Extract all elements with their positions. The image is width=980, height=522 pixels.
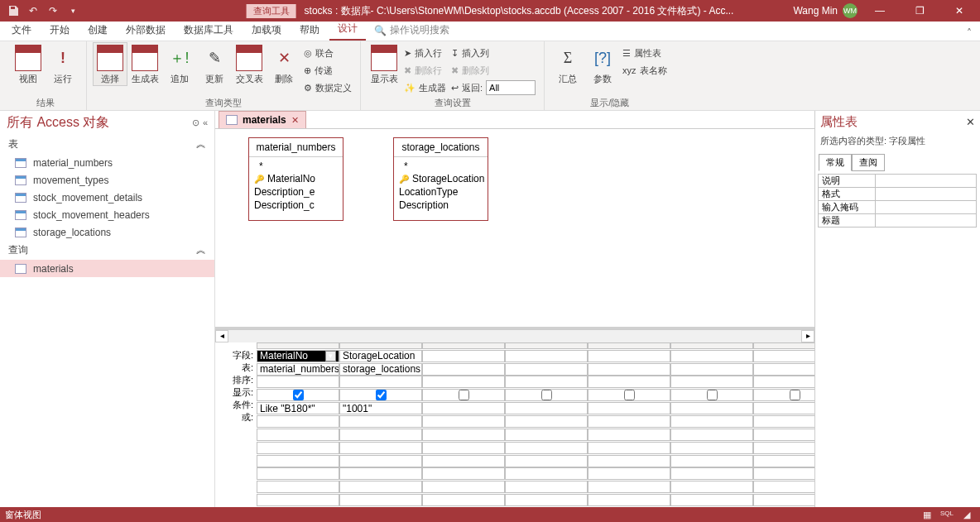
qbe-blank-cell[interactable] bbox=[670, 442, 753, 454]
qbe-field-cell[interactable] bbox=[588, 350, 670, 362]
user-name[interactable]: Wang Min bbox=[793, 5, 838, 17]
qbe-show-cell[interactable] bbox=[422, 389, 505, 401]
qat-more-icon[interactable]: ▾ bbox=[65, 2, 81, 19]
insert-col-button[interactable]: ↧插入列 bbox=[449, 45, 537, 61]
prop-value[interactable] bbox=[875, 200, 977, 214]
nav-item-material_numbers[interactable]: material_numbers bbox=[0, 154, 214, 171]
qbe-col-selector[interactable] bbox=[339, 342, 422, 349]
document-tab-materials[interactable]: materials ✕ bbox=[219, 111, 306, 128]
qbe-blank-cell[interactable] bbox=[753, 455, 814, 467]
qbe-col-selector[interactable] bbox=[422, 342, 505, 349]
prop-row[interactable]: 输入掩码 bbox=[819, 201, 977, 214]
qbe-field-cell[interactable]: StorageLocation bbox=[339, 350, 422, 362]
qbe-blank-cell[interactable] bbox=[422, 415, 505, 428]
qbe-table-cell[interactable] bbox=[753, 363, 814, 376]
union-button[interactable]: ◎联合 bbox=[302, 45, 353, 61]
prop-tab-general[interactable]: 常规 bbox=[819, 154, 852, 171]
qbe-blank-cell[interactable] bbox=[257, 415, 339, 428]
qbe-sort-cell[interactable] bbox=[753, 376, 814, 388]
qbe-blank-cell[interactable] bbox=[753, 415, 814, 428]
qbe-sort-cell[interactable] bbox=[505, 376, 588, 388]
crosstab-button[interactable]: 交叉表 bbox=[233, 43, 266, 85]
qbe-blank-cell[interactable] bbox=[588, 481, 670, 493]
qbe-criteria-cell[interactable] bbox=[422, 402, 505, 414]
field-star[interactable]: * bbox=[399, 160, 483, 172]
qbe-table-cell[interactable] bbox=[588, 363, 670, 376]
horizontal-scrollbar[interactable]: ◂▸ bbox=[215, 329, 814, 342]
query-design-surface[interactable]: material_numbers*🔑MaterialNoDescription_… bbox=[215, 129, 814, 329]
qbe-criteria-cell[interactable]: Like "B180*" bbox=[257, 402, 339, 414]
append-button[interactable]: ＋!追加 bbox=[163, 43, 196, 85]
qbe-blank-cell[interactable] bbox=[670, 415, 753, 428]
qbe-blank-cell[interactable] bbox=[339, 429, 422, 441]
qbe-blank-cell[interactable] bbox=[505, 442, 588, 454]
qbe-blank-cell[interactable] bbox=[588, 442, 670, 454]
qbe-show-checkbox[interactable] bbox=[790, 390, 800, 400]
qbe-criteria-cell[interactable]: "1001" bbox=[339, 402, 422, 414]
qbe-blank-cell[interactable] bbox=[588, 455, 670, 467]
tab-dbtools[interactable]: 数据库工具 bbox=[175, 20, 242, 41]
qbe-blank-cell[interactable] bbox=[339, 481, 422, 493]
table-box-header[interactable]: material_numbers bbox=[249, 138, 343, 157]
qbe-blank-cell[interactable] bbox=[505, 481, 588, 493]
qbe-blank-cell[interactable] bbox=[505, 429, 588, 441]
tab-addins[interactable]: 加载项 bbox=[243, 20, 290, 41]
tab-design[interactable]: 设计 bbox=[329, 18, 366, 41]
minimize-button[interactable]: — bbox=[862, 0, 897, 22]
prop-tab-lookup[interactable]: 查阅 bbox=[852, 154, 885, 171]
maketable-button[interactable]: 生成表 bbox=[128, 43, 161, 85]
qbe-col-selector[interactable] bbox=[505, 342, 588, 349]
nav-item-stock_movement_details[interactable]: stock_movement_details bbox=[0, 189, 214, 206]
qbe-blank-cell[interactable] bbox=[670, 481, 753, 493]
redo-icon[interactable]: ↷ bbox=[45, 2, 61, 19]
qbe-blank-cell[interactable] bbox=[753, 494, 814, 506]
collapse-ribbon-icon[interactable]: ˄ bbox=[958, 26, 980, 41]
field-MaterialNo[interactable]: 🔑MaterialNo bbox=[254, 172, 338, 185]
qbe-col-selector[interactable] bbox=[588, 342, 670, 349]
field-Description_e[interactable]: Description_e bbox=[254, 185, 338, 199]
delete-row-button[interactable]: ✖删除行 bbox=[402, 62, 448, 79]
qbe-blank-cell[interactable] bbox=[505, 455, 588, 467]
tab-home[interactable]: 开始 bbox=[41, 20, 78, 41]
view-datasheet-icon[interactable]: ▦ bbox=[919, 510, 935, 520]
datadef-button[interactable]: ⚙数据定义 bbox=[302, 79, 353, 96]
qbe-sort-cell[interactable] bbox=[422, 376, 505, 388]
qbe-blank-cell[interactable] bbox=[753, 442, 814, 454]
qbe-blank-cell[interactable] bbox=[339, 455, 422, 467]
nav-item-stock_movement_headers[interactable]: stock_movement_headers bbox=[0, 206, 214, 223]
nav-item-storage_locations[interactable]: storage_locations bbox=[0, 223, 214, 241]
qbe-show-checkbox[interactable] bbox=[541, 390, 552, 400]
qbe-show-cell[interactable] bbox=[257, 389, 339, 401]
prop-value[interactable] bbox=[875, 174, 977, 188]
qbe-sort-cell[interactable] bbox=[257, 376, 339, 388]
qbe-blank-cell[interactable] bbox=[257, 429, 339, 441]
nav-item-movement_types[interactable]: movement_types bbox=[0, 171, 214, 189]
qbe-show-checkbox[interactable] bbox=[293, 390, 304, 400]
qbe-blank-cell[interactable] bbox=[257, 455, 339, 467]
qbe-table-cell[interactable]: material_numbers bbox=[257, 363, 339, 376]
qbe-table-cell[interactable] bbox=[670, 363, 753, 376]
restore-button[interactable]: ❐ bbox=[902, 0, 937, 22]
view-design-icon[interactable]: ◢ bbox=[958, 510, 975, 520]
tab-help[interactable]: 帮助 bbox=[291, 20, 328, 41]
tablenames-button[interactable]: xyz表名称 bbox=[621, 62, 669, 79]
qbe-blank-cell[interactable] bbox=[422, 481, 505, 493]
qbe-table-cell[interactable] bbox=[505, 363, 588, 376]
select-query-button[interactable]: 选择 bbox=[94, 43, 127, 85]
qbe-blank-cell[interactable] bbox=[505, 494, 588, 506]
qbe-blank-cell[interactable] bbox=[670, 455, 753, 467]
qbe-blank-cell[interactable] bbox=[339, 415, 422, 428]
qbe-show-checkbox[interactable] bbox=[707, 390, 718, 400]
qbe-field-cell[interactable] bbox=[422, 350, 505, 362]
qbe-show-cell[interactable] bbox=[753, 389, 814, 401]
save-icon[interactable] bbox=[5, 2, 22, 19]
user-avatar[interactable]: WM bbox=[843, 3, 858, 18]
qbe-blank-cell[interactable] bbox=[422, 494, 505, 506]
qbe-blank-cell[interactable] bbox=[670, 429, 753, 441]
qbe-field-cell[interactable] bbox=[505, 350, 588, 362]
qbe-blank-cell[interactable] bbox=[422, 455, 505, 467]
qbe-blank-cell[interactable] bbox=[257, 467, 339, 480]
qbe-show-cell[interactable] bbox=[588, 389, 670, 401]
qbe-blank-cell[interactable] bbox=[422, 442, 505, 454]
qbe-show-cell[interactable] bbox=[670, 389, 753, 401]
